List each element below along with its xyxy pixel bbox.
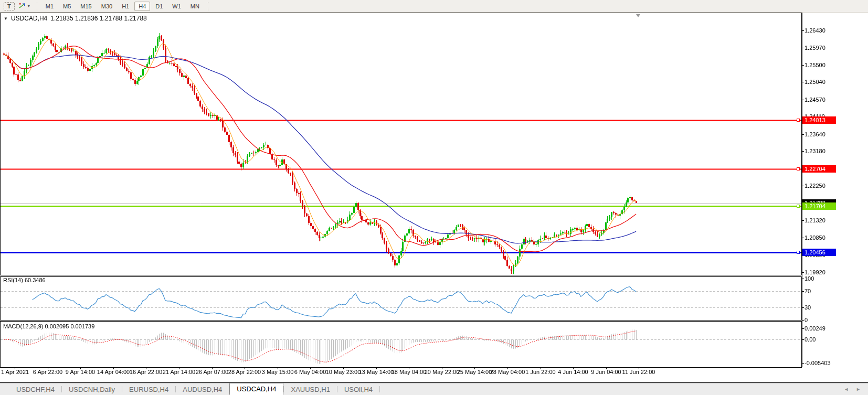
date-label: 21 Apr 14:00: [163, 369, 195, 375]
tab-scrollers: ◄ ►: [844, 383, 868, 395]
date-label: 28 Apr 22:00: [228, 369, 261, 375]
price-tick-label: 1.24570: [805, 97, 825, 103]
price-tag-1-22704[interactable]: 1.22704: [802, 165, 836, 173]
rsi-label: RSI(14) 60.3486: [3, 277, 46, 283]
macd-tick-label: -0.005403: [805, 360, 831, 366]
price-tick-label: 1.25970: [805, 45, 825, 51]
date-label: 25 May 14:00: [457, 369, 492, 375]
date-label: 14 Apr 04:00: [97, 369, 130, 375]
date-label: 9 Jun 04:00: [591, 369, 621, 375]
tab-usdcnh-daily[interactable]: USDCNH,Daily: [62, 383, 122, 395]
date-label: 6 Apr 22:00: [33, 369, 62, 375]
tab-usdcad-h4[interactable]: USDCAD,H4: [229, 383, 283, 395]
chart-title: USDCAD,H4: [11, 15, 47, 22]
price-tick-label: 1.25500: [805, 62, 825, 68]
date-label: 16 Apr 22:00: [130, 369, 162, 375]
macd-label: MACD(12,26,9) 0.002095 0.001739: [3, 323, 94, 329]
rsi-tick-label: 30: [805, 304, 811, 311]
price-tick-label: 1.20850: [805, 234, 825, 241]
tab-usdchf-h4[interactable]: USDCHF,H4: [9, 383, 61, 395]
timeframe-button-d1[interactable]: D1: [151, 2, 167, 11]
date-label: 10 May 23:00: [326, 369, 361, 375]
date-label: 20 May 22:00: [425, 369, 460, 375]
tab-eurusd-h4[interactable]: EURUSD,H4: [122, 383, 175, 395]
tabs-holder: USDCHF,H4USDCNH,DailyEURUSD,H4AUDUSD,H4U…: [9, 383, 380, 395]
tab-usoil-h4[interactable]: USOil,H4: [337, 383, 379, 395]
rsi-tick-label: 70: [805, 288, 811, 294]
price-tick-label: 1.23180: [805, 148, 825, 154]
timeframe-button-m1[interactable]: M1: [41, 2, 58, 11]
tab-audusd-h4[interactable]: AUDUSD,H4: [176, 383, 229, 395]
rsi-tick-label: 100: [805, 275, 814, 282]
date-label: 26 Apr 07:00: [196, 369, 228, 375]
price-tick-label: 1.21320: [805, 217, 825, 223]
date-label: 11 Jun 22:00: [622, 369, 655, 375]
symbol-dropdown-icon[interactable]: ▼: [4, 16, 8, 21]
toolbar-separator: [208, 2, 208, 10]
price-tag-1-20456[interactable]: 1.20456: [802, 249, 836, 256]
date-label: 1 Jun 22:00: [525, 369, 556, 375]
price-tag-1-24013[interactable]: 1.24013: [802, 116, 836, 124]
date-label: 3 May 15:00: [262, 369, 294, 375]
price-tick-label: 1.25040: [805, 79, 825, 85]
chart-canvas[interactable]: [0, 0, 868, 395]
price-tick-label: 1.26430: [805, 27, 825, 34]
trendline-tool-icon: [18, 2, 27, 10]
date-label: 28 May 04:00: [490, 369, 525, 375]
chevron-down-icon: ▾: [28, 4, 30, 8]
timeframe-button-h1[interactable]: H1: [118, 2, 133, 11]
date-label: 13 May 14:00: [359, 369, 394, 375]
timeframe-button-mn[interactable]: MN: [186, 2, 204, 11]
timeframe-button-group: M1M5M15M30H1H4D1W1MN: [41, 2, 204, 11]
toolbar: T ▾ M1M5M15M30H1H4D1W1MN: [0, 0, 868, 13]
date-label: 18 May 04:00: [391, 369, 427, 375]
price-tick-label: 1.19920: [805, 269, 825, 275]
macd-tick-label: 0.00249: [805, 325, 825, 332]
price-tick-label: 1.23640: [805, 131, 825, 137]
chart-header: ▼ USDCAD,H4 1.21835 1.21836 1.21788 1.21…: [4, 15, 147, 22]
text-tool-button[interactable]: T: [4, 2, 15, 10]
trendline-tool-button[interactable]: ▾: [16, 1, 33, 11]
date-label: 9 Apr 14:00: [66, 369, 95, 375]
rsi-tick-label: 0: [805, 317, 808, 323]
chart-tab-bar: USDCHF,H4USDCNH,DailyEURUSD,H4AUDUSD,H4U…: [0, 383, 868, 395]
tab-separator: [379, 386, 380, 392]
timeframe-button-m30[interactable]: M30: [97, 2, 117, 11]
timeframe-button-w1[interactable]: W1: [168, 2, 185, 11]
date-label: 1 Apr 2021: [1, 369, 29, 375]
toolbar-separator: [37, 2, 37, 10]
date-label: 4 Jun 14:00: [558, 369, 588, 375]
timeframe-button-h4[interactable]: H4: [134, 2, 150, 11]
price-tag-1-21704[interactable]: 1.21704: [802, 202, 836, 210]
scroll-right-icon[interactable]: ►: [856, 387, 861, 392]
macd-tick-label: 0.00: [805, 336, 816, 343]
tab-xauusd-h1[interactable]: XAUUSD,H1: [284, 383, 336, 395]
timeframe-button-m15[interactable]: M15: [76, 2, 96, 11]
scroll-left-icon[interactable]: ◄: [844, 387, 849, 392]
price-tick-label: 1.22250: [805, 183, 825, 189]
chart-quote: 1.21835 1.21836 1.21788 1.21788: [50, 15, 147, 22]
mt4-window: { "icons": { "caret": "▾", "dropdown": "…: [0, 0, 868, 395]
date-label: 6 May 04:00: [294, 369, 326, 375]
timeframe-button-m5[interactable]: M5: [59, 2, 75, 11]
